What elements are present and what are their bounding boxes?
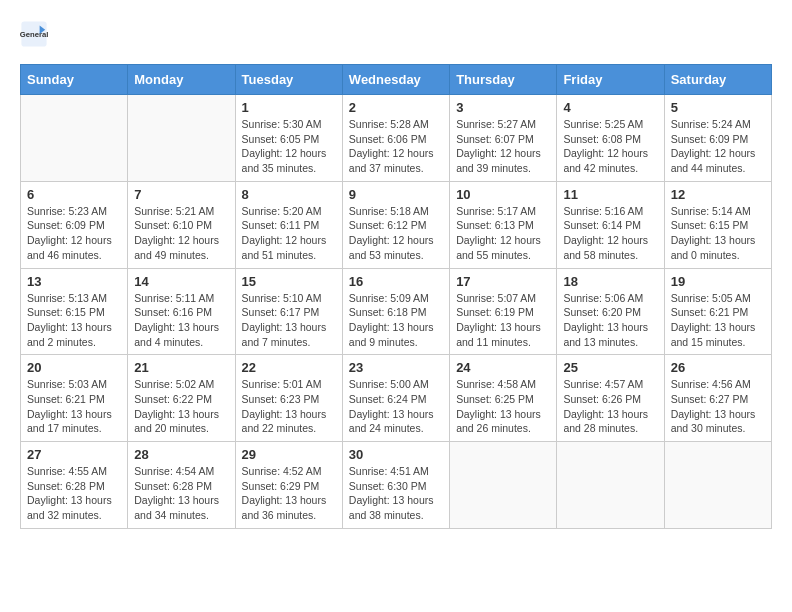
day-number: 15 <box>242 274 336 289</box>
calendar-day-cell: 3Sunrise: 5:27 AM Sunset: 6:07 PM Daylig… <box>450 95 557 182</box>
weekday-header-saturday: Saturday <box>664 65 771 95</box>
day-info: Sunrise: 4:54 AM Sunset: 6:28 PM Dayligh… <box>134 464 228 523</box>
calendar-day-cell: 28Sunrise: 4:54 AM Sunset: 6:28 PM Dayli… <box>128 442 235 529</box>
day-info: Sunrise: 5:30 AM Sunset: 6:05 PM Dayligh… <box>242 117 336 176</box>
calendar-day-cell: 20Sunrise: 5:03 AM Sunset: 6:21 PM Dayli… <box>21 355 128 442</box>
day-info: Sunrise: 5:17 AM Sunset: 6:13 PM Dayligh… <box>456 204 550 263</box>
day-number: 27 <box>27 447 121 462</box>
day-info: Sunrise: 5:00 AM Sunset: 6:24 PM Dayligh… <box>349 377 443 436</box>
day-info: Sunrise: 5:16 AM Sunset: 6:14 PM Dayligh… <box>563 204 657 263</box>
day-info: Sunrise: 4:51 AM Sunset: 6:30 PM Dayligh… <box>349 464 443 523</box>
day-number: 5 <box>671 100 765 115</box>
day-info: Sunrise: 5:10 AM Sunset: 6:17 PM Dayligh… <box>242 291 336 350</box>
calendar-day-cell: 21Sunrise: 5:02 AM Sunset: 6:22 PM Dayli… <box>128 355 235 442</box>
calendar-week-row: 1Sunrise: 5:30 AM Sunset: 6:05 PM Daylig… <box>21 95 772 182</box>
day-info: Sunrise: 4:56 AM Sunset: 6:27 PM Dayligh… <box>671 377 765 436</box>
calendar-week-row: 20Sunrise: 5:03 AM Sunset: 6:21 PM Dayli… <box>21 355 772 442</box>
day-info: Sunrise: 5:09 AM Sunset: 6:18 PM Dayligh… <box>349 291 443 350</box>
day-info: Sunrise: 5:05 AM Sunset: 6:21 PM Dayligh… <box>671 291 765 350</box>
day-info: Sunrise: 5:24 AM Sunset: 6:09 PM Dayligh… <box>671 117 765 176</box>
day-number: 28 <box>134 447 228 462</box>
day-info: Sunrise: 5:02 AM Sunset: 6:22 PM Dayligh… <box>134 377 228 436</box>
day-info: Sunrise: 5:23 AM Sunset: 6:09 PM Dayligh… <box>27 204 121 263</box>
day-info: Sunrise: 5:20 AM Sunset: 6:11 PM Dayligh… <box>242 204 336 263</box>
day-info: Sunrise: 5:07 AM Sunset: 6:19 PM Dayligh… <box>456 291 550 350</box>
calendar-day-cell: 15Sunrise: 5:10 AM Sunset: 6:17 PM Dayli… <box>235 268 342 355</box>
calendar-header-row: SundayMondayTuesdayWednesdayThursdayFrid… <box>21 65 772 95</box>
day-info: Sunrise: 4:57 AM Sunset: 6:26 PM Dayligh… <box>563 377 657 436</box>
day-info: Sunrise: 5:03 AM Sunset: 6:21 PM Dayligh… <box>27 377 121 436</box>
weekday-header-monday: Monday <box>128 65 235 95</box>
day-number: 25 <box>563 360 657 375</box>
calendar-day-cell: 30Sunrise: 4:51 AM Sunset: 6:30 PM Dayli… <box>342 442 449 529</box>
calendar-day-cell: 25Sunrise: 4:57 AM Sunset: 6:26 PM Dayli… <box>557 355 664 442</box>
calendar-day-cell: 16Sunrise: 5:09 AM Sunset: 6:18 PM Dayli… <box>342 268 449 355</box>
day-number: 20 <box>27 360 121 375</box>
day-info: Sunrise: 5:06 AM Sunset: 6:20 PM Dayligh… <box>563 291 657 350</box>
calendar-day-cell <box>21 95 128 182</box>
calendar-day-cell <box>450 442 557 529</box>
day-number: 7 <box>134 187 228 202</box>
calendar-day-cell: 14Sunrise: 5:11 AM Sunset: 6:16 PM Dayli… <box>128 268 235 355</box>
day-number: 2 <box>349 100 443 115</box>
calendar-day-cell: 27Sunrise: 4:55 AM Sunset: 6:28 PM Dayli… <box>21 442 128 529</box>
svg-text:General: General <box>20 30 48 39</box>
calendar-day-cell: 18Sunrise: 5:06 AM Sunset: 6:20 PM Dayli… <box>557 268 664 355</box>
day-number: 23 <box>349 360 443 375</box>
day-number: 11 <box>563 187 657 202</box>
calendar-table: SundayMondayTuesdayWednesdayThursdayFrid… <box>20 64 772 529</box>
day-number: 10 <box>456 187 550 202</box>
day-number: 9 <box>349 187 443 202</box>
calendar-day-cell: 23Sunrise: 5:00 AM Sunset: 6:24 PM Dayli… <box>342 355 449 442</box>
weekday-header-friday: Friday <box>557 65 664 95</box>
day-number: 30 <box>349 447 443 462</box>
calendar-day-cell: 8Sunrise: 5:20 AM Sunset: 6:11 PM Daylig… <box>235 181 342 268</box>
calendar-day-cell: 9Sunrise: 5:18 AM Sunset: 6:12 PM Daylig… <box>342 181 449 268</box>
day-info: Sunrise: 4:52 AM Sunset: 6:29 PM Dayligh… <box>242 464 336 523</box>
day-number: 6 <box>27 187 121 202</box>
calendar-week-row: 13Sunrise: 5:13 AM Sunset: 6:15 PM Dayli… <box>21 268 772 355</box>
calendar-day-cell <box>664 442 771 529</box>
day-info: Sunrise: 5:21 AM Sunset: 6:10 PM Dayligh… <box>134 204 228 263</box>
calendar-week-row: 27Sunrise: 4:55 AM Sunset: 6:28 PM Dayli… <box>21 442 772 529</box>
day-info: Sunrise: 5:01 AM Sunset: 6:23 PM Dayligh… <box>242 377 336 436</box>
calendar-week-row: 6Sunrise: 5:23 AM Sunset: 6:09 PM Daylig… <box>21 181 772 268</box>
day-number: 17 <box>456 274 550 289</box>
day-number: 1 <box>242 100 336 115</box>
calendar-day-cell: 1Sunrise: 5:30 AM Sunset: 6:05 PM Daylig… <box>235 95 342 182</box>
calendar-day-cell: 19Sunrise: 5:05 AM Sunset: 6:21 PM Dayli… <box>664 268 771 355</box>
calendar-day-cell <box>128 95 235 182</box>
day-number: 3 <box>456 100 550 115</box>
day-number: 12 <box>671 187 765 202</box>
calendar-day-cell: 29Sunrise: 4:52 AM Sunset: 6:29 PM Dayli… <box>235 442 342 529</box>
day-number: 29 <box>242 447 336 462</box>
day-number: 8 <box>242 187 336 202</box>
weekday-header-tuesday: Tuesday <box>235 65 342 95</box>
logo: General <box>20 20 52 48</box>
day-number: 22 <box>242 360 336 375</box>
calendar-day-cell: 12Sunrise: 5:14 AM Sunset: 6:15 PM Dayli… <box>664 181 771 268</box>
calendar-day-cell: 22Sunrise: 5:01 AM Sunset: 6:23 PM Dayli… <box>235 355 342 442</box>
page-header: General <box>20 20 772 48</box>
day-info: Sunrise: 4:58 AM Sunset: 6:25 PM Dayligh… <box>456 377 550 436</box>
day-number: 26 <box>671 360 765 375</box>
logo-icon: General <box>20 20 48 48</box>
calendar-day-cell: 5Sunrise: 5:24 AM Sunset: 6:09 PM Daylig… <box>664 95 771 182</box>
calendar-day-cell: 7Sunrise: 5:21 AM Sunset: 6:10 PM Daylig… <box>128 181 235 268</box>
calendar-day-cell: 10Sunrise: 5:17 AM Sunset: 6:13 PM Dayli… <box>450 181 557 268</box>
calendar-day-cell <box>557 442 664 529</box>
weekday-header-sunday: Sunday <box>21 65 128 95</box>
day-info: Sunrise: 5:27 AM Sunset: 6:07 PM Dayligh… <box>456 117 550 176</box>
calendar-day-cell: 11Sunrise: 5:16 AM Sunset: 6:14 PM Dayli… <box>557 181 664 268</box>
day-number: 19 <box>671 274 765 289</box>
day-info: Sunrise: 5:28 AM Sunset: 6:06 PM Dayligh… <box>349 117 443 176</box>
weekday-header-thursday: Thursday <box>450 65 557 95</box>
day-info: Sunrise: 5:14 AM Sunset: 6:15 PM Dayligh… <box>671 204 765 263</box>
day-number: 16 <box>349 274 443 289</box>
day-number: 4 <box>563 100 657 115</box>
day-number: 21 <box>134 360 228 375</box>
day-info: Sunrise: 5:11 AM Sunset: 6:16 PM Dayligh… <box>134 291 228 350</box>
calendar-day-cell: 6Sunrise: 5:23 AM Sunset: 6:09 PM Daylig… <box>21 181 128 268</box>
day-info: Sunrise: 5:13 AM Sunset: 6:15 PM Dayligh… <box>27 291 121 350</box>
day-number: 24 <box>456 360 550 375</box>
